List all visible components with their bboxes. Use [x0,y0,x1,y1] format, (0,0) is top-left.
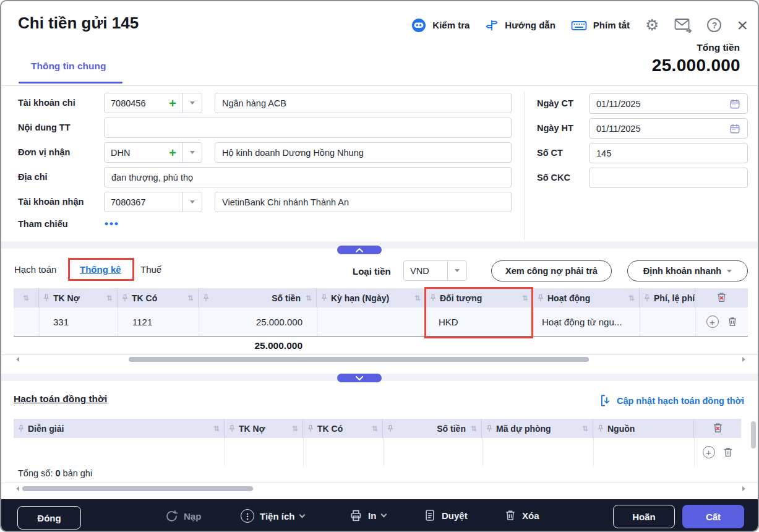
table1-col-doi-tuong[interactable]: Đối tượng ⇅ [426,288,533,307]
utilities-kebab-icon: ⋮ [241,509,254,523]
hoan-button[interactable]: Hoãn [613,505,675,528]
add-row-icon[interactable]: + [703,446,715,458]
kiem-tra-button[interactable]: Kiểm tra [411,18,470,33]
pin-icon[interactable] [538,294,544,302]
nap-button[interactable]: Nạp [165,510,201,523]
collapse-up-button[interactable] [337,246,382,254]
cell-so-tien[interactable]: 25.000.000 [199,307,317,336]
hach-toan-dong-thoi-link[interactable]: Hạch toán đồng thời [14,393,107,405]
delete-all-rows-icon[interactable] [716,291,727,305]
pin-icon[interactable] [387,424,393,432]
so-ct-field[interactable]: 145 [589,143,748,163]
delete-all-rows-icon[interactable] [712,422,724,435]
pin-icon[interactable] [229,424,235,432]
collapse-down-button[interactable] [337,374,382,382]
xoa-button[interactable]: Xóa [504,509,539,521]
cell-phi-le-phi[interactable] [640,307,695,336]
calendar-icon[interactable] [729,123,740,134]
tai-khoan-chi-dropdown[interactable] [182,93,202,113]
dia-chi-field[interactable]: đan thượng, phú thọ [104,167,512,187]
cell-ky-han[interactable] [317,307,426,336]
pin-icon[interactable] [486,424,492,432]
hscroll-right-arrow[interactable] [742,357,745,362]
duyet-button[interactable]: Duyệt [424,509,468,521]
table2-col-so-tien[interactable]: Số tiền ⇅ [383,419,482,438]
table2-col-nguon[interactable]: Nguồn [593,419,694,438]
noi-dung-tt-field[interactable] [104,118,512,138]
don-vi-nhan-dropdown[interactable] [182,143,202,162]
cell-tk-no[interactable]: 331 [39,307,118,336]
table1-hscrollbar[interactable] [129,357,589,362]
table2-hscrollbar[interactable] [22,486,253,491]
dinh-khoan-nhanh-button[interactable]: Định khoản nhanh [627,260,748,281]
huong-dan-button[interactable]: Hướng dẫn [485,19,555,32]
table2-col-tk-no[interactable]: TK Nợ ⇅ [225,419,303,438]
table1-col-phi-le-phi[interactable]: Phí, lệ phí [640,288,695,307]
cat-button[interactable]: Cất [682,505,744,528]
so-ckc-field[interactable] [589,168,748,188]
table1-row[interactable]: 331 1121 25.000.000 HKD Hoạt động từ ngu… [14,307,748,336]
tab-thong-ke[interactable]: Thống kê [80,264,121,275]
help-icon[interactable]: ? [707,18,721,32]
table1-col-tk-co[interactable]: TK Có ⇅ [118,288,199,307]
tab-thue[interactable]: Thuế [140,264,161,275]
feedback-mail-icon[interactable] [674,18,692,33]
tab-hach-toan[interactable]: Hạch toán [14,264,56,275]
ngay-ht-field[interactable]: 01/11/2025 [589,118,748,139]
pin-icon[interactable] [43,294,49,302]
table2-col-ma-du-phong[interactable]: Mã dự phòng ⇅ [482,419,593,438]
tien-ich-button[interactable]: ⋮ Tiện ích [241,509,304,523]
tai-khoan-chi-label: Tài khoản chi [18,98,75,108]
pin-icon[interactable] [18,424,24,432]
add-partner-icon[interactable]: + [169,147,176,159]
pin-icon[interactable] [307,424,314,432]
tai-khoan-nhan-combo[interactable]: 7080367 [104,192,202,212]
table2-col-tk-co[interactable]: TK Có ⇅ [303,419,383,438]
hscroll-left-arrow[interactable] [16,357,19,362]
cell-tk-co[interactable]: 1121 [118,307,199,336]
hscroll-left-arrow[interactable] [16,486,19,491]
table1-col-hoat-dong[interactable]: Hoạt động ⇅ [533,288,640,307]
dong-button[interactable]: Đóng [17,506,81,530]
delete-row-icon[interactable] [723,447,734,458]
cell-doi-tuong[interactable]: HKD [426,307,533,336]
table2-vscrollbar[interactable] [751,421,756,448]
ngan-hang-nhan-field[interactable]: VietinBank Chi nhánh Thành An [215,192,512,212]
tham-chieu-more-button[interactable]: ••• [105,218,119,230]
table1-col-rowhandle[interactable]: ⇅ [14,288,39,307]
loai-tien-dropdown[interactable] [447,261,466,280]
hscroll-right-arrow[interactable] [742,486,745,491]
table2-col-dien-giai[interactable]: Diễn giải ⇅ [14,419,225,438]
dia-chi-label: Địa chỉ [18,172,48,182]
settings-gear-icon[interactable]: ⚙ [645,17,659,33]
don-vi-nhan-combo[interactable]: DHN + [104,142,202,163]
loai-tien-select[interactable]: VND [403,260,467,281]
pin-icon[interactable] [430,294,436,302]
pin-icon[interactable] [321,294,327,302]
close-icon[interactable]: × [737,19,748,32]
table1-col-ky-han[interactable]: Kỳ hạn (Ngày) ⇅ [317,288,426,307]
tai-khoan-nhan-dropdown[interactable] [182,192,202,212]
add-account-icon[interactable]: + [169,97,176,109]
total-amount-value: 25.000.000 [652,56,740,75]
table1-col-tk-no[interactable]: TK Nợ ⇅ [39,288,118,307]
in-button[interactable]: In [349,509,386,522]
table1-col-so-tien[interactable]: Số tiền ⇅ [199,288,317,307]
calendar-icon[interactable] [729,98,740,109]
ten-don-vi-nhan-field[interactable]: Hộ kinh doanh Dương Hồng Nhung [215,142,512,163]
pin-icon[interactable] [203,294,209,302]
xem-cong-no-button[interactable]: Xem công nợ phải trả [491,260,612,281]
phim-tat-button[interactable]: Phím tắt [571,19,630,32]
ngan-hang-field[interactable]: Ngân hàng ACB [215,93,512,113]
cap-nhat-hach-toan-link[interactable]: Cập nhật hạch toán đồng thời [601,395,744,406]
ngay-ct-field[interactable]: 01/11/2025 [589,93,748,114]
pin-icon[interactable] [598,424,604,432]
pin-icon[interactable] [644,294,650,302]
add-row-icon[interactable]: + [706,315,719,328]
tai-khoan-chi-combo[interactable]: 7080456 + [104,93,202,113]
table2-empty-row[interactable]: + [14,438,741,466]
tab-thong-tin-chung[interactable]: Thông tin chung [31,61,106,72]
delete-row-icon[interactable] [727,316,738,327]
cell-hoat-dong[interactable]: Hoạt động từ ngu... [533,307,640,336]
pin-icon[interactable] [122,294,128,302]
